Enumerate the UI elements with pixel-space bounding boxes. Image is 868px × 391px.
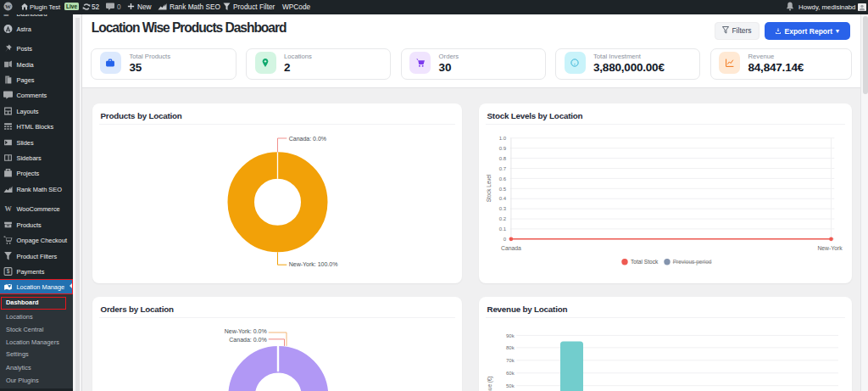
svg-text:0.2: 0.2	[499, 216, 507, 221]
svg-text:Total Stock: Total Stock	[631, 259, 659, 265]
svg-text:70k: 70k	[506, 358, 515, 363]
svg-text:0: 0	[504, 237, 507, 242]
svg-text:0.5: 0.5	[499, 186, 507, 191]
svg-text:80k: 80k	[506, 345, 515, 350]
svg-text:Canada: 0.0%: Canada: 0.0%	[229, 336, 266, 342]
svg-text:Stock Level: Stock Level	[486, 175, 492, 203]
svg-text:Canada: 0.0%: Canada: 0.0%	[289, 136, 326, 142]
svg-text:0.7: 0.7	[499, 166, 507, 171]
svg-text:0.6: 0.6	[499, 176, 507, 182]
svg-text:0.4: 0.4	[499, 196, 507, 201]
svg-text:60k: 60k	[506, 371, 515, 376]
svg-text:New-York: 0.0%: New-York: 0.0%	[225, 327, 267, 333]
svg-text:W: W	[4, 205, 12, 213]
svg-text:0.3: 0.3	[499, 206, 507, 211]
svg-text:Canada: Canada	[501, 244, 521, 250]
svg-text:1.0: 1.0	[499, 136, 507, 141]
svg-text:50k: 50k	[506, 383, 515, 388]
svg-text:Previous period: Previous period	[673, 259, 712, 265]
svg-text:$: $	[7, 268, 10, 275]
svg-text:New-York: New-York	[817, 244, 843, 250]
svg-text:0.9: 0.9	[499, 146, 507, 151]
svg-text:New-York: 100.0%: New-York: 100.0%	[289, 261, 338, 267]
svg-text:W: W	[5, 3, 11, 9]
svg-text:Revenue (€): Revenue (€)	[487, 376, 493, 391]
svg-text:90k: 90k	[506, 332, 515, 338]
svg-text:0.8: 0.8	[499, 156, 507, 161]
svg-text:0.1: 0.1	[499, 226, 507, 232]
